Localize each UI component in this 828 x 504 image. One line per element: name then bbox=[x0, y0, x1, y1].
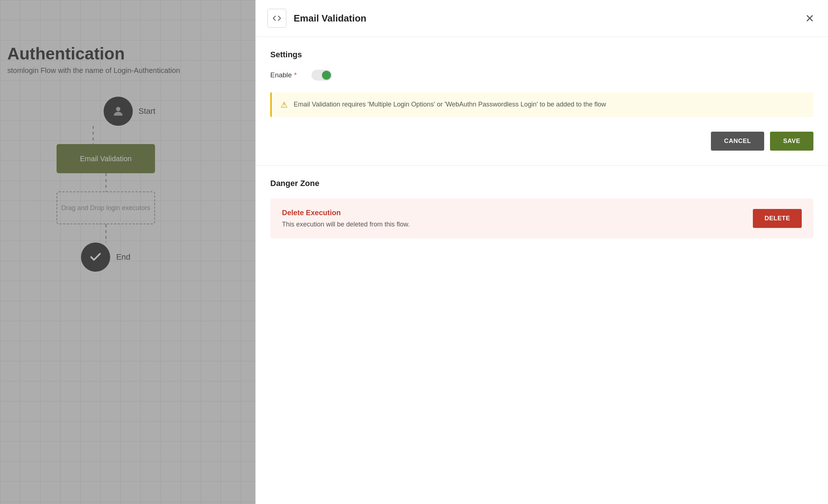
enable-setting-row: Enable * bbox=[270, 70, 813, 81]
toggle-track bbox=[312, 70, 332, 81]
save-button[interactable]: SAVE bbox=[770, 132, 813, 151]
section-divider bbox=[256, 165, 828, 166]
warning-icon: ⚠ bbox=[280, 100, 288, 110]
warning-message: ⚠ Email Validation requires 'Multiple Lo… bbox=[270, 92, 813, 117]
enable-toggle[interactable] bbox=[312, 70, 332, 81]
panel-body: Settings Enable * ⚠ Email Validation req… bbox=[256, 37, 828, 504]
action-buttons: CANCEL SAVE bbox=[270, 132, 813, 151]
code-brackets-icon bbox=[272, 14, 281, 23]
settings-panel: Email Validation Settings Enable * bbox=[255, 0, 828, 504]
danger-zone-title: Danger Zone bbox=[270, 179, 813, 188]
close-icon bbox=[805, 13, 815, 23]
code-icon-button[interactable] bbox=[267, 9, 286, 28]
danger-card-content: Delete Execution This execution will be … bbox=[282, 209, 753, 228]
dimmer-overlay bbox=[0, 0, 255, 504]
danger-zone-card: Delete Execution This execution will be … bbox=[270, 198, 813, 239]
enable-label: Enable * bbox=[270, 71, 297, 79]
delete-button[interactable]: DELETE bbox=[753, 209, 802, 228]
delete-execution-desc: This execution will be deleted from this… bbox=[282, 221, 753, 228]
panel-header: Email Validation bbox=[256, 0, 828, 37]
warning-text: Email Validation requires 'Multiple Logi… bbox=[294, 100, 606, 110]
panel-title: Email Validation bbox=[294, 13, 816, 24]
cancel-button[interactable]: CANCEL bbox=[711, 132, 764, 151]
toggle-thumb bbox=[322, 71, 331, 80]
flow-diagram-panel: Authentication stomlogin Flow with the n… bbox=[0, 0, 255, 504]
settings-section-title: Settings bbox=[270, 50, 813, 59]
close-button[interactable] bbox=[803, 12, 816, 25]
required-marker: * bbox=[294, 71, 297, 79]
delete-execution-title: Delete Execution bbox=[282, 209, 753, 217]
